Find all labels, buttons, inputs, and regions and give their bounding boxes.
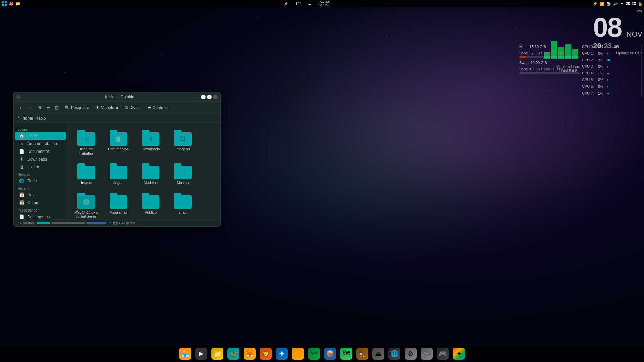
multicolor-icon: ✦	[453, 348, 465, 360]
sidebar-item-pesq-docs[interactable]: 📄 Documentos	[15, 213, 66, 219]
sidebar-item-inicio[interactable]: 🏠 Inicio	[15, 132, 66, 140]
dock-item-virtualbox[interactable]: 📦	[323, 346, 337, 361]
folder-icon-programas	[109, 193, 128, 209]
cpu-7-row: CPU 7: 1%	[582, 90, 642, 97]
tb-app-icon-1[interactable]	[1, 1, 7, 7]
expand-icon[interactable]: ▼	[620, 2, 624, 6]
brave-icon: 🦁	[260, 348, 272, 360]
sidebar-label-ontem: Ontem	[27, 200, 39, 205]
bc-fabio[interactable]: fabio	[37, 116, 46, 121]
fm-split-button[interactable]: ⧉ Dividir	[122, 105, 143, 111]
folder-modelos[interactable]: Modelos	[136, 161, 165, 187]
fm-details-view-button[interactable]: ▤	[53, 104, 61, 112]
fm-status-bars	[37, 222, 106, 224]
wifi-icon[interactable]: 📡	[606, 2, 611, 6]
folder-snap[interactable]: snap	[168, 190, 198, 219]
volume-icon[interactable]: 🔊	[613, 2, 618, 6]
dock-item-vlc[interactable]: 🔶	[290, 346, 305, 361]
bc-root[interactable]: /	[18, 116, 19, 121]
dock-item-arrow[interactable]: ▶	[194, 346, 209, 361]
tb-files-icon[interactable]: 📁	[15, 1, 21, 7]
bluetooth-icon[interactable]: ⚡	[593, 1, 598, 6]
sidebar-section-locais: Locais	[14, 126, 67, 132]
sidebar-label-lixeira: Lixeira	[27, 165, 39, 169]
dock-item-audio[interactable]: 〰	[307, 346, 321, 361]
dock-item-browser2[interactable]: 🦋	[226, 346, 241, 361]
fm-grid-view-button[interactable]: ⊞	[35, 104, 43, 112]
sidebar-label-rede: Rede	[27, 179, 37, 183]
dock-item-brave[interactable]: 🦁	[258, 346, 273, 361]
fm-minimize-button[interactable]	[201, 95, 206, 99]
fm-split-label: Dividir	[129, 105, 141, 110]
folder-insync[interactable]: Insync	[71, 161, 101, 187]
fm-search-button[interactable]: 🔍 Pesquisar	[62, 105, 92, 111]
sidebar-item-area-de-trabalho[interactable]: 🖥 Área de trabalho	[15, 140, 66, 147]
dock-item-browser3[interactable]: 🌐	[387, 346, 402, 361]
hoje-icon: 📅	[19, 192, 24, 197]
folder-imagens[interactable]: 🖼 Imagens	[168, 127, 198, 158]
dock-item-config[interactable]: ⚙	[403, 346, 418, 361]
sidebar-item-hoje[interactable]: 📅 Hoje	[15, 191, 66, 199]
folder-label-jogos: Jogos	[113, 181, 123, 185]
dock-item-appstore[interactable]: 🏪	[178, 346, 193, 361]
sidebar-item-documentos[interactable]: 📄 Documentos	[15, 147, 66, 155]
fm-titlebar[interactable]: Inicio — Dolphin	[14, 92, 220, 102]
folder-icon-snap	[173, 193, 192, 209]
dock-item-game1[interactable]: 🦅	[355, 346, 370, 361]
fm-forward-button[interactable]: ›	[26, 104, 34, 112]
sidebar-item-downloads[interactable]: ⬇ Downloads	[15, 155, 66, 163]
dock-item-mountain[interactable]: ⛰	[371, 346, 386, 361]
folder-documentos[interactable]: 📋 Documentos	[104, 127, 133, 158]
fm-view-label: Visualizar	[101, 105, 118, 110]
tb-weather-icon: ⚡	[284, 2, 288, 6]
cpu-0-label: CPU 0:	[582, 44, 597, 50]
folder-shape-programas	[110, 195, 127, 209]
sidebar-item-lixeira[interactable]: 🗑 Lixeira	[15, 163, 66, 171]
mem-bar	[519, 56, 580, 58]
fm-list-view-button[interactable]: ☰	[44, 104, 52, 112]
fm-breadcrumb: / › home › fabio	[14, 114, 220, 123]
fm-back-button[interactable]: ‹	[16, 104, 24, 112]
fm-maximize-button[interactable]	[207, 95, 212, 99]
status-bar-blue	[86, 222, 106, 224]
dock-item-steam[interactable]: 🎮	[435, 346, 450, 361]
lock-icon[interactable]: 🔒	[638, 2, 643, 6]
folder-downloads[interactable]: ⬇ Downloads	[136, 127, 165, 158]
folder-shape-snap	[174, 195, 192, 209]
folder-label-downloads: Downloads	[142, 147, 160, 151]
folder-playonlinux[interactable]: 💿 PlayOnLinux's virtual drives	[71, 190, 101, 219]
arrow-icon: ▶	[195, 348, 207, 360]
fm-control-button[interactable]: ☰ Controle	[145, 105, 170, 111]
tb-firefox-icon[interactable]: 🦊	[8, 1, 14, 7]
folder-jogos[interactable]: Jogos	[104, 161, 133, 187]
bc-home[interactable]: home	[23, 116, 33, 121]
dock-item-gamepad[interactable]: 🎮	[419, 346, 434, 361]
dock-item-mail[interactable]: ✈	[274, 346, 289, 361]
swap-free: Free: 10.00 GiB	[544, 66, 568, 72]
sidebar-label-inicio: Inicio	[27, 134, 37, 138]
network-icon[interactable]: 📶	[600, 2, 604, 6]
cpu-3-row: CPU 3: 0%	[582, 63, 642, 70]
folder-programas[interactable]: Programas	[104, 190, 133, 219]
fm-view-menu-button[interactable]: 👁 Visualizar	[93, 105, 121, 111]
cpu-7-label: CPU 7:	[582, 90, 597, 97]
fm-close-button[interactable]	[213, 95, 218, 99]
folder-publico[interactable]: Público	[136, 190, 165, 219]
dock-item-maps[interactable]: 🗺	[339, 346, 354, 361]
folder-inner-downloads: ⬇	[148, 135, 153, 143]
folder-shape-publico	[142, 195, 159, 209]
folder-musica[interactable]: 🎵 Música	[168, 161, 198, 187]
folder-shape-insync	[77, 166, 95, 179]
sidebar-item-rede[interactable]: 🌐 Rede	[15, 177, 66, 185]
dock-item-multicolor[interactable]: ✦	[451, 346, 466, 361]
dock-item-files[interactable]: 📁	[210, 346, 225, 361]
cpu-6-bar	[607, 86, 608, 87]
file-manager-window: Inicio — Dolphin ‹ › ⊞ ☰ ▤ 🔍 Pesquisar 👁…	[13, 92, 221, 227]
svg-rect-0	[2, 1, 4, 3]
folder-label-modelos: Modelos	[144, 181, 158, 185]
folder-area-de-trabalho[interactable]: 🖥 Área de trabalho	[71, 127, 101, 158]
sidebar-item-ontem[interactable]: 📅 Ontem	[15, 199, 66, 206]
steam-icon: 🎮	[437, 348, 449, 360]
dock-item-firefox[interactable]: 🦊	[242, 346, 257, 361]
folder-inner-area: 🖥	[83, 136, 89, 143]
